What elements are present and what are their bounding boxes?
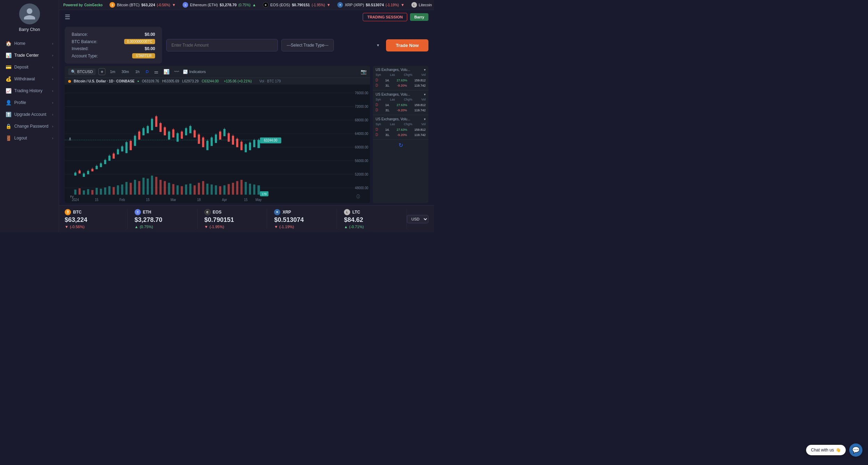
svg-rect-60 — [164, 127, 166, 135]
bottom-btc-arrow: ▼ — [65, 225, 69, 229]
side-panel-cols-2: SynLasChg%Vol — [376, 98, 426, 101]
bottom-eth-price: $3,278.70 — [135, 216, 190, 224]
svg-rect-128 — [172, 184, 174, 194]
sidebar-item-home[interactable]: 🏠 Home › — [0, 38, 59, 49]
bottom-eos-name: EOS — [213, 210, 222, 215]
svg-rect-54 — [151, 119, 153, 130]
ticker-eth: Ξ Ethereum (ETH) $3,278.70 (0.75%) ▲ — [183, 2, 256, 8]
indicators-button[interactable]: 📉 Indicators — [183, 70, 206, 74]
side-panel-chevron-3[interactable]: ▾ — [424, 117, 426, 121]
svg-rect-80 — [206, 141, 208, 150]
svg-rect-116 — [121, 184, 123, 194]
bottom-btc-icon: ₿ — [65, 209, 71, 215]
chevron-profile: › — [52, 101, 53, 105]
sidebar-item-change-password[interactable]: 🔒 Change Password › — [0, 120, 59, 132]
chart-screenshot-button[interactable]: 📷 — [361, 69, 367, 74]
ltc-full-name: Litecoin — [419, 3, 432, 7]
account-card: Balance: $0.00 BTC Balance: 0.00000000BT… — [65, 27, 162, 64]
side-panel-chevron-2[interactable]: ▾ — [424, 93, 426, 96]
sidebar-label-deposit: Deposit — [14, 65, 29, 70]
dot-icon-3-2: D — [376, 133, 378, 137]
svg-rect-76 — [198, 135, 200, 144]
header-right: TRADING SESSION Barry — [363, 13, 428, 21]
dot-icon-3-1: D — [376, 128, 378, 131]
bottom-xrp-name: XRP — [282, 210, 291, 215]
chart-line-type-icon[interactable]: 〰 — [173, 68, 180, 75]
svg-rect-139 — [219, 186, 221, 194]
bottom-ltc-icon: Ł — [344, 209, 350, 215]
svg-rect-20 — [79, 170, 81, 174]
svg-text:64000.00: 64000.00 — [355, 131, 369, 136]
bottom-coin-eth: Ξ ETH $3,278.70 ▲ (0.75%) — [128, 209, 198, 229]
sidebar-item-trading-history[interactable]: 📈 Trading History › — [0, 85, 59, 97]
xrp-change: (-1.19%) — [386, 3, 399, 7]
trade-amount-input[interactable] — [166, 39, 278, 51]
svg-text:15: 15 — [244, 198, 248, 202]
sidebar: Barry Chon 🏠 Home › 📊 Trade Center › 💳 D… — [0, 0, 59, 232]
sidebar-item-logout[interactable]: 🚪 Logout › — [0, 132, 59, 144]
bottom-eos-change-val: (-1.95%) — [209, 225, 224, 229]
sidebar-item-deposit[interactable]: 💳 Deposit › — [0, 61, 59, 73]
invested-value: $0.00 — [145, 46, 155, 51]
svg-rect-133 — [194, 185, 196, 195]
chart-price-badge-text: 63244.00 — [264, 138, 278, 143]
chart-time-30m[interactable]: 30m — [120, 69, 131, 74]
svg-rect-34 — [108, 156, 111, 161]
powered-by-label: Powered by — [63, 3, 83, 7]
trade-now-button[interactable]: Trade Now — [386, 39, 428, 51]
main-content: Powered by CoinGecko ₿ Bitcoin (BTC) $63… — [59, 0, 434, 232]
svg-rect-100 — [249, 143, 251, 150]
svg-rect-130 — [181, 186, 183, 194]
side-panel-row-1-1: D 14. 27.63% 159.812 — [376, 78, 426, 83]
las-1-1: 14. — [385, 79, 390, 82]
svg-rect-122 — [147, 178, 149, 194]
chart-candle-type-icon[interactable]: 📊 — [162, 68, 170, 75]
svg-rect-138 — [215, 185, 217, 195]
trading-session-button[interactable]: TRADING SESSION — [363, 13, 407, 21]
svg-text:76000.00: 76000.00 — [355, 91, 369, 95]
chart-bar-type-icon[interactable]: ⚌ — [153, 68, 160, 75]
side-panel-chevron-1[interactable]: ▾ — [424, 68, 426, 72]
sidebar-nav: 🏠 Home › 📊 Trade Center › 💳 Deposit › 💰 … — [0, 38, 59, 144]
upgrade-icon: ⬆️ — [6, 112, 11, 117]
chart-wrapper: 76000.00 72000.00 68000.00 64000.00 6000… — [65, 85, 370, 203]
side-panel-refresh[interactable]: ↻ — [373, 140, 428, 151]
chg-2-2: -9.20% — [397, 109, 407, 112]
eos-coin-icon: E — [263, 2, 268, 8]
svg-text:56000.00: 56000.00 — [355, 159, 369, 163]
chart-coin-dot — [68, 80, 71, 83]
chart-add-button[interactable]: + — [98, 68, 105, 75]
chart-time-d[interactable]: D — [144, 69, 150, 74]
sidebar-item-profile[interactable]: 👤 Profile › — [0, 97, 59, 109]
side-panel-row-2-1: D 14. 27.63% 159.812 — [376, 102, 426, 107]
balance-row: Balance: $0.00 — [72, 31, 155, 38]
currency-select[interactable]: USD EUR GBP — [407, 215, 428, 223]
svg-text:Apr: Apr — [222, 198, 227, 202]
svg-rect-70 — [185, 128, 187, 135]
sidebar-item-upgrade[interactable]: ⬆️ Upgrade Account › — [0, 109, 59, 120]
svg-rect-118 — [130, 183, 132, 195]
bottom-coin-ltc-header: Ł LTC — [344, 209, 400, 215]
vol-1-2: 119.742 — [414, 84, 426, 87]
chart-time-1m[interactable]: 1m — [108, 69, 117, 74]
ticker-bar: Powered by CoinGecko ₿ Bitcoin (BTC) $63… — [59, 0, 434, 10]
sidebar-item-withdrawal[interactable]: 💰 Withdrawal › — [0, 73, 59, 85]
bottom-xrp-icon: ✕ — [274, 209, 280, 215]
chart-symbol[interactable]: 🔍 BTCUSD — [68, 69, 96, 75]
svg-rect-50 — [143, 128, 145, 135]
bottom-xrp-change: ▼ (-1.19%) — [274, 225, 330, 229]
bottom-btc-price: $63,224 — [65, 216, 120, 224]
hamburger-menu[interactable]: ☰ — [65, 13, 70, 21]
sidebar-item-trade-center[interactable]: 📊 Trade Center › — [0, 49, 59, 61]
bottom-eos-change: ▼ (-1.95%) — [204, 225, 260, 229]
deposit-icon: 💳 — [6, 64, 11, 70]
chart-time-1h[interactable]: 1h — [134, 69, 141, 74]
svg-rect-58 — [160, 123, 162, 132]
refresh-icon[interactable]: ↻ — [399, 142, 403, 149]
bottom-eth-arrow: ▲ — [135, 225, 138, 229]
balance-value: $0.00 — [145, 32, 155, 37]
bottom-ltc-change: ▲ (-0.71%) — [344, 225, 400, 229]
trade-type-select[interactable]: ---Select Trade Type--- — [281, 39, 334, 51]
svg-rect-125 — [160, 180, 162, 195]
bottom-coin-btc: ₿ BTC $63,224 ▼ (-0.56%) — [65, 209, 128, 229]
